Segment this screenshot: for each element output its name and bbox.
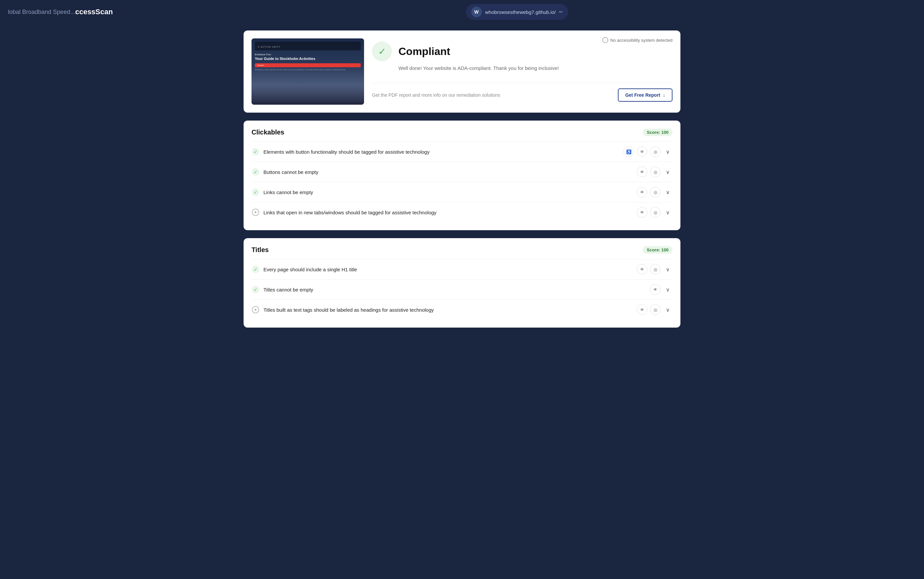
table-row: ✓Buttons cannot be empty👁◎∨ — [251, 162, 673, 182]
row-actions: 👁◎∨ — [637, 187, 673, 198]
eye-icon-button[interactable]: 👁 — [637, 304, 647, 315]
section-clickables: ClickablesScore: 100✓Elements with butto… — [244, 121, 680, 230]
compliant-title: Compliant — [398, 46, 450, 58]
sections-container: ClickablesScore: 100✓Elements with butto… — [244, 121, 680, 327]
download-icon: ↓ — [663, 92, 665, 98]
row-actions: 👁◎∨ — [637, 207, 673, 218]
target-icon-button[interactable]: ◎ — [650, 264, 660, 275]
table-row: ✓Links cannot be empty👁◎∨ — [251, 182, 673, 202]
target-icon: ◎ — [653, 149, 657, 154]
grey-dot — [254, 211, 256, 213]
brand-name-text: ccessScan — [75, 8, 113, 16]
url-display: whobrowsesthewebg7.github.io/ — [485, 9, 556, 15]
compliant-header: ✓ Compliant — [372, 41, 673, 61]
section-titles-header: TitlesScore: 100 — [251, 246, 673, 254]
eye-icon-button[interactable]: 👁 — [637, 146, 647, 157]
grey-dot — [254, 309, 256, 311]
section-clickables-header: ClickablesScore: 100 — [251, 129, 673, 136]
eye-icon-button[interactable]: 👁 — [637, 264, 647, 275]
preview-logo: ✦ ACTIVE UNITY — [257, 46, 280, 48]
check-status-icon: ✓ — [252, 148, 259, 155]
target-icon-button[interactable]: ◎ — [650, 146, 660, 157]
report-row: Get the PDF report and more info on our … — [372, 88, 673, 102]
target-icon-button[interactable]: ◎ — [650, 304, 660, 315]
compliant-card: ✦ ACTIVE UNITY Embrace Fun: Your Guide t… — [244, 31, 680, 113]
compliant-subtitle: Well done! Your website is ADA-compliant… — [398, 65, 673, 71]
table-row: Titles built as text tags should be labe… — [251, 299, 673, 320]
preview-mockup: ✦ ACTIVE UNITY Embrace Fun: Your Guide t… — [251, 38, 364, 105]
target-icon-button[interactable]: ◎ — [650, 187, 660, 198]
check-status-icon: ✓ — [252, 266, 259, 273]
table-row: ✓Every page should include a single H1 t… — [251, 259, 673, 279]
preview-topbar: ✦ ACTIVE UNITY — [255, 42, 361, 50]
preview-subheadline: Embrace Fun: — [255, 53, 361, 56]
target-icon: ◎ — [653, 307, 657, 312]
no-system-badge: ○ No accessibility system detected — [602, 37, 673, 43]
get-report-button[interactable]: Get Free Report ↓ — [618, 88, 673, 102]
app-header: lobal Broadband Speed... ccessScan W who… — [0, 0, 924, 24]
target-icon: ◎ — [653, 170, 657, 175]
row-label: Titles built as text tags should be labe… — [264, 307, 633, 313]
check-status-icon: ✓ — [252, 188, 259, 196]
expand-chevron-icon[interactable]: ∨ — [663, 208, 673, 217]
table-row: ✓Elements with button functionality shou… — [251, 141, 673, 162]
preview-btn: Explore — [255, 63, 361, 67]
section-titles-title: Titles — [251, 246, 269, 254]
row-actions: ♿👁◎∨ — [624, 146, 673, 157]
section-titles-score: Score: 100 — [643, 246, 673, 254]
row-actions: 👁◎∨ — [637, 264, 673, 275]
row-label: Every page should include a single H1 ti… — [264, 267, 633, 272]
expand-chevron-icon[interactable]: ∨ — [663, 305, 673, 314]
eye-icon: 👁 — [640, 267, 644, 272]
compliant-check-circle: ✓ — [372, 41, 392, 61]
row-label: Titles cannot be empty — [264, 287, 646, 293]
target-icon: ◎ — [653, 190, 657, 195]
expand-chevron-icon[interactable]: ∨ — [663, 285, 673, 294]
expand-chevron-icon[interactable]: ∨ — [663, 147, 673, 156]
section-clickables-title: Clickables — [251, 129, 284, 136]
preview-body: Stockholm's natural splendor and rich hi… — [255, 69, 361, 71]
target-icon-button[interactable]: ◎ — [650, 167, 660, 177]
check-status-icon: ✓ — [252, 286, 259, 293]
preview-title: Your Guide to Stockholm Activities — [255, 57, 361, 61]
check-status-icon: ✓ — [252, 168, 259, 175]
url-avatar: W — [471, 7, 482, 17]
eye-icon-button[interactable]: 👁 — [637, 207, 647, 218]
expand-chevron-icon[interactable]: ∨ — [663, 188, 673, 197]
divider — [372, 83, 673, 83]
eye-icon: 👁 — [640, 190, 644, 195]
eye-icon-button[interactable]: 👁 — [650, 284, 660, 295]
expand-chevron-icon[interactable]: ∨ — [663, 167, 673, 177]
target-icon: ◎ — [653, 210, 657, 215]
main-content: ✦ ACTIVE UNITY Embrace Fun: Your Guide t… — [230, 24, 694, 342]
target-icon-button[interactable]: ◎ — [650, 207, 660, 218]
brand-partial-text: lobal Broadband Speed... — [8, 8, 75, 16]
expand-chevron-icon[interactable]: ∨ — [663, 265, 673, 274]
website-preview: ✦ ACTIVE UNITY Embrace Fun: Your Guide t… — [251, 38, 364, 105]
report-text: Get the PDF report and more info on our … — [372, 92, 500, 98]
circle-status-icon — [252, 306, 259, 313]
eye-icon-button[interactable]: 👁 — [637, 187, 647, 198]
row-actions: 👁◎∨ — [637, 167, 673, 177]
eye-icon: 👁 — [640, 210, 644, 215]
edit-url-icon[interactable]: ✏ — [559, 9, 563, 15]
eye-icon: 👁 — [640, 149, 644, 154]
accessibility-icon-button[interactable]: ♿ — [624, 146, 634, 157]
circle-status-icon — [252, 209, 259, 216]
compliant-check-icon: ✓ — [378, 46, 386, 57]
no-system-label: No accessibility system detected — [610, 38, 673, 43]
table-row: Links that open in new tabs/windows shou… — [251, 202, 673, 222]
row-label: Links that open in new tabs/windows shou… — [264, 210, 633, 215]
row-actions: 👁∨ — [650, 284, 673, 295]
table-row: ✓Titles cannot be empty👁∨ — [251, 279, 673, 299]
eye-icon: 👁 — [640, 307, 644, 312]
eye-icon: 👁 — [640, 170, 644, 175]
eye-icon-button[interactable]: 👁 — [637, 167, 647, 177]
eye-icon: 👁 — [653, 287, 658, 292]
row-label: Elements with button functionality shoul… — [264, 149, 619, 155]
accessibility-icon: ♿ — [626, 149, 631, 154]
no-system-icon: ○ — [602, 37, 608, 43]
row-label: Buttons cannot be empty — [264, 169, 633, 175]
url-pill[interactable]: W whobrowsesthewebg7.github.io/ ✏ — [466, 4, 568, 20]
row-label: Links cannot be empty — [264, 190, 633, 195]
